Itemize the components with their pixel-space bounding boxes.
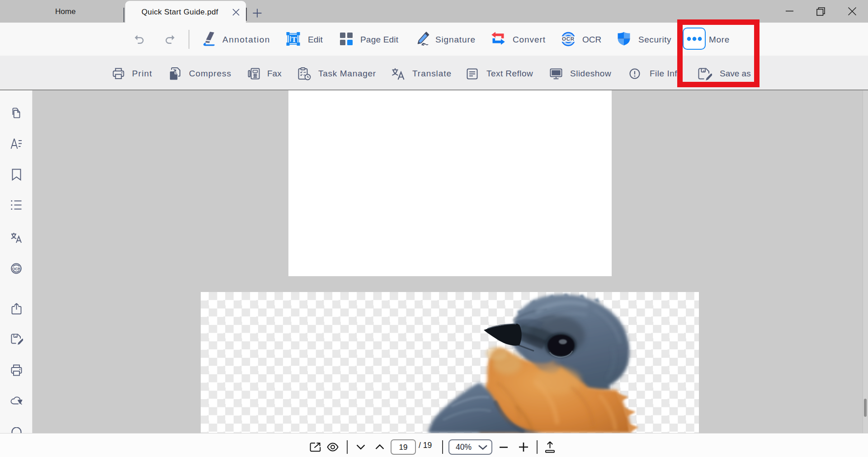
- svg-text:OCR: OCR: [562, 36, 575, 42]
- svg-text:T: T: [292, 35, 297, 44]
- svg-text:OCR: OCR: [12, 267, 21, 271]
